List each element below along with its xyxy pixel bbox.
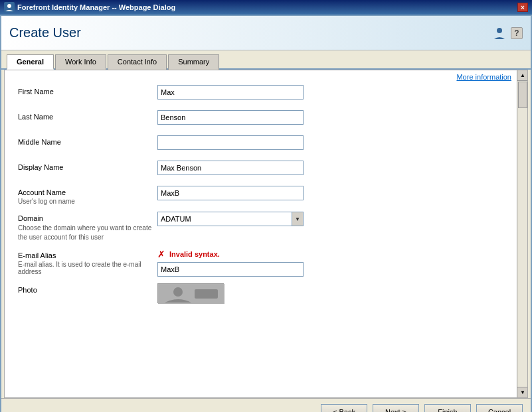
account-name-sublabel: User's log on name (18, 198, 157, 205)
scrollbar-thumb[interactable] (518, 82, 527, 108)
last-name-input[interactable] (157, 110, 304, 125)
email-alias-label-col: E-mail Alias E-mail alias. It is used to… (18, 249, 157, 275)
middle-name-input[interactable] (157, 135, 304, 150)
first-name-label: First Name (18, 88, 54, 96)
photo-row: Photo (18, 283, 514, 303)
scrollbar-down-button[interactable]: ▼ (517, 387, 528, 397)
svg-rect-5 (195, 289, 218, 299)
account-name-input-col (157, 186, 514, 200)
domain-select-wrapper: ADATUM CONTOSO FABRIKAM ▼ (157, 212, 304, 226)
display-name-label: Display Name (18, 163, 63, 171)
domain-label: Domain (18, 214, 157, 222)
help-icon[interactable]: ? (511, 27, 523, 39)
last-name-row: Last Name (18, 110, 514, 129)
last-name-label: Last Name (18, 113, 53, 121)
domain-label-col: Domain Choose the domain where you want … (18, 212, 157, 242)
photo-input-col (157, 283, 514, 303)
tab-summary[interactable]: Summary (168, 54, 219, 70)
error-icon: ✗ (157, 249, 165, 259)
email-alias-label: E-mail Alias (18, 251, 157, 259)
close-button[interactable]: × (517, 3, 528, 12)
title-bar-left: Forefront Identity Manager -- Webpage Di… (4, 2, 175, 13)
back-button[interactable]: < Back (321, 404, 367, 412)
display-name-input-col (157, 161, 514, 175)
svg-point-2 (497, 28, 502, 33)
dialog-header-icons: ? (492, 26, 523, 40)
domain-input-col: ADATUM CONTOSO FABRIKAM ▼ (157, 212, 514, 226)
first-name-input[interactable] (157, 85, 304, 100)
next-button[interactable]: Next > (373, 404, 419, 412)
person-icon (492, 26, 507, 40)
dialog: Create User ? General Work Info Contact … (0, 15, 532, 412)
first-name-label-col: First Name (18, 85, 157, 96)
display-name-input[interactable] (157, 161, 304, 175)
photo-placeholder (157, 283, 224, 303)
svg-point-4 (173, 287, 183, 297)
finish-button[interactable]: Finish (424, 404, 471, 412)
middle-name-label: Middle Name (18, 138, 61, 146)
first-name-input-col (157, 85, 514, 100)
domain-sublabel: Choose the domain where you want to crea… (18, 224, 157, 242)
svg-point-1 (7, 4, 11, 8)
tab-contact-info[interactable]: Contact Info (108, 54, 167, 70)
email-alias-sublabel: E-mail alias. It is used to create the e… (18, 261, 157, 275)
more-info-link[interactable]: More information (5, 70, 527, 82)
last-name-input-col (157, 110, 514, 125)
dialog-title: Create User (9, 25, 81, 40)
dialog-header: Create User ? (1, 16, 531, 50)
last-name-label-col: Last Name (18, 110, 157, 121)
display-name-label-col: Display Name (18, 161, 157, 171)
account-name-row: Account Name User's log on name (18, 186, 514, 205)
display-name-row: Display Name (18, 161, 514, 179)
title-bar-text: Forefront Identity Manager -- Webpage Di… (17, 3, 175, 11)
email-alias-row: E-mail Alias E-mail alias. It is used to… (18, 249, 514, 277)
content-area: More information First Name Last Name (4, 70, 528, 398)
tab-work-info[interactable]: Work Info (55, 54, 106, 70)
email-alias-input-col: ✗ Invalid syntax. (157, 249, 514, 277)
error-text: Invalid syntax. (169, 250, 220, 258)
scrollbar-track (517, 81, 527, 387)
scrollbar[interactable]: ▲ ▼ (517, 70, 527, 397)
photo-label: Photo (18, 286, 37, 294)
scrollbar-up-button[interactable]: ▲ (517, 70, 528, 81)
app-icon (4, 2, 15, 13)
photo-label-col: Photo (18, 283, 157, 294)
account-name-input[interactable] (157, 186, 304, 200)
email-alias-error-row: ✗ Invalid syntax. (157, 249, 514, 259)
domain-select[interactable]: ADATUM CONTOSO FABRIKAM (157, 212, 304, 226)
bottom-area: < Back Next > Finish Cancel (1, 398, 531, 412)
account-name-label-col: Account Name User's log on name (18, 186, 157, 205)
email-alias-input[interactable] (157, 262, 304, 277)
middle-name-row: Middle Name (18, 135, 514, 154)
cancel-button[interactable]: Cancel (476, 404, 523, 412)
account-name-label: Account Name (18, 188, 66, 196)
middle-name-input-col (157, 135, 514, 150)
tab-bar: General Work Info Contact Info Summary (1, 50, 531, 70)
domain-row: Domain Choose the domain where you want … (18, 212, 514, 242)
first-name-row: First Name (18, 85, 514, 103)
form-body: First Name Last Name Middle Name (5, 82, 527, 316)
title-bar: Forefront Identity Manager -- Webpage Di… (0, 0, 532, 15)
middle-name-label-col: Middle Name (18, 135, 157, 146)
tab-general[interactable]: General (7, 54, 54, 70)
